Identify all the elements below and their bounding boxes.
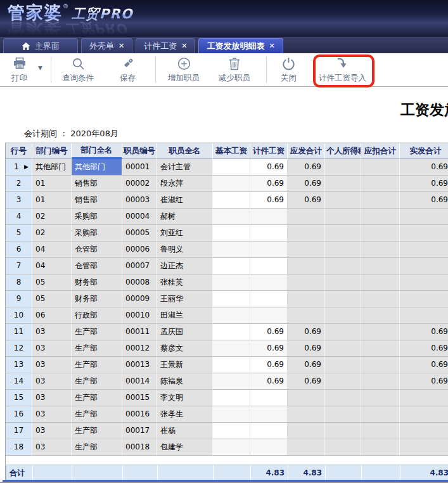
tab-close-icon[interactable]: ✕ [118,42,124,49]
table-cell[interactable]: 张孝生 [157,406,213,423]
table-cell[interactable] [361,439,400,456]
table-cell[interactable]: 0.69 [400,324,448,340]
table-cell[interactable] [325,357,361,373]
row-number-cell[interactable]: 14 [6,373,32,390]
table-cell[interactable] [250,242,288,258]
table-cell[interactable] [288,209,325,225]
table-cell[interactable]: 00011 [122,324,157,340]
table-cell[interactable] [288,439,325,456]
table-cell[interactable]: 03 [32,324,72,340]
table-cell[interactable] [361,307,400,324]
table-cell[interactable] [250,258,288,274]
table-cell[interactable] [361,274,400,291]
column-header[interactable]: 基本工资 [213,143,250,159]
query-conditions-button[interactable]: 查询条件 [62,56,94,84]
table-cell[interactable] [213,439,250,456]
table-cell[interactable] [250,406,288,423]
table-cell[interactable] [288,225,325,242]
table-cell[interactable]: 鲁明义 [157,242,213,258]
table-cell[interactable]: 00003 [122,192,157,209]
row-number-cell[interactable]: 1▶ [6,159,32,176]
table-cell[interactable] [325,209,361,225]
table-cell[interactable]: 0.69 [400,340,448,357]
table-cell[interactable]: 0.69 [400,373,448,390]
table-cell[interactable]: 田淑兰 [157,307,213,324]
table-cell[interactable] [213,242,250,258]
table-cell[interactable] [400,209,448,225]
table-cell[interactable] [361,390,400,406]
row-number-cell[interactable]: 7 [6,258,32,274]
table-cell[interactable]: 李文明 [157,390,213,406]
table-cell[interactable]: 0.69 [288,176,325,192]
table-cell[interactable]: 02 [32,225,72,242]
table-cell[interactable] [213,324,250,340]
table-cell[interactable]: 00012 [122,340,157,357]
table-cell[interactable] [288,274,325,291]
table-cell[interactable] [325,307,361,324]
add-employee-button[interactable]: 增加职员 [168,56,200,84]
table-cell[interactable] [361,176,400,192]
table-cell[interactable] [325,390,361,406]
table-cell[interactable] [288,242,325,258]
table-cell[interactable] [213,176,250,192]
table-cell[interactable] [213,423,250,439]
table-cell[interactable] [400,242,448,258]
table-cell[interactable]: 04 [32,258,72,274]
tab-close-icon[interactable]: ✕ [269,42,274,49]
table-cell[interactable]: 其他部门 [32,159,72,176]
table-cell[interactable]: 王丽华 [157,291,213,307]
table-cell[interactable]: 00009 [122,291,157,307]
table-cell[interactable] [361,209,400,225]
table-cell[interactable]: 00006 [122,242,157,258]
table-cell[interactable] [213,274,250,291]
table-cell[interactable]: 其他部门 [72,159,122,176]
row-number-cell[interactable]: 3 [6,192,32,209]
table-cell[interactable] [250,225,288,242]
table-cell[interactable]: 销售部 [72,176,122,192]
table-cell[interactable]: 00001 [122,159,157,176]
table-cell[interactable] [213,159,250,176]
table-cell[interactable] [325,373,361,390]
column-header[interactable]: 部门全名 [72,143,122,159]
table-cell[interactable] [213,258,250,274]
table-cell[interactable]: 03 [32,340,72,357]
table-cell[interactable]: 孟庆国 [157,324,213,340]
table-cell[interactable]: 0.69 [400,176,448,192]
table-cell[interactable] [361,324,400,340]
table-cell[interactable]: 0.69 [288,340,325,357]
table-cell[interactable] [250,291,288,307]
table-cell[interactable]: 00015 [122,390,157,406]
table-cell[interactable] [361,406,400,423]
table-cell[interactable] [400,390,448,406]
table-cell[interactable] [361,357,400,373]
table-cell[interactable] [250,390,288,406]
table-cell[interactable] [361,373,400,390]
table-cell[interactable]: 03 [32,357,72,373]
table-cell[interactable]: 00004 [122,209,157,225]
table-cell[interactable]: 0.69 [400,159,448,176]
remove-employee-button[interactable]: 减少职员 [219,56,250,84]
table-cell[interactable] [288,423,325,439]
row-number-cell[interactable]: 12 [6,340,32,357]
table-cell[interactable]: 03 [32,390,72,406]
table-cell[interactable]: 00013 [122,357,157,373]
table-cell[interactable]: 0.69 [288,357,325,373]
table-cell[interactable]: 生产部 [72,390,122,406]
table-cell[interactable]: 00014 [122,373,157,390]
table-cell[interactable] [288,307,325,324]
table-cell[interactable] [213,373,250,390]
table-cell[interactable] [361,159,400,176]
row-number-cell[interactable]: 17 [6,423,32,439]
table-cell[interactable]: 生产部 [72,357,122,373]
column-header[interactable]: 职员全名 [157,143,213,159]
column-header[interactable]: 应发合计 [288,143,325,159]
row-number-cell[interactable]: 9 [6,291,32,307]
table-cell[interactable]: 包建学 [157,439,213,456]
tab-salary-detail-report[interactable]: 工资发放明细表 ✕ [198,38,283,53]
row-number-cell[interactable]: 16 [6,406,32,423]
table-cell[interactable]: 生产部 [72,423,122,439]
column-header[interactable]: 部门编号 [32,143,72,159]
table-cell[interactable] [361,242,400,258]
table-cell[interactable] [400,225,448,242]
table-cell[interactable]: 0.69 [250,340,288,357]
